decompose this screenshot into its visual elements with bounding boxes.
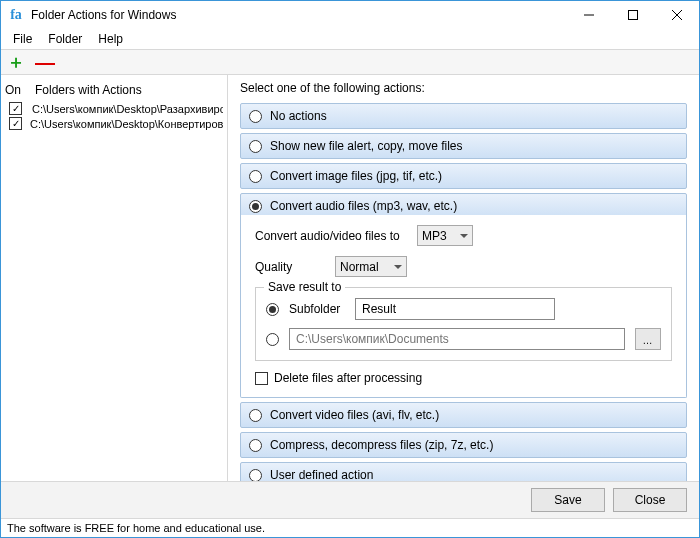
radio-icon — [249, 409, 262, 422]
status-bar: The software is FREE for home and educat… — [1, 518, 699, 537]
subfolder-label: Subfolder — [289, 302, 345, 316]
add-folder-button[interactable]: ＋ — [7, 53, 25, 71]
action-show-alert[interactable]: Show new file alert, copy, move files — [240, 133, 687, 159]
action-convert-video[interactable]: Convert video files (avi, flv, etc.) — [240, 402, 687, 428]
radio-icon — [249, 200, 262, 213]
absolute-path-input[interactable] — [289, 328, 625, 350]
delete-after-checkbox[interactable] — [255, 372, 268, 385]
action-label: Convert audio files (mp3, wav, etc.) — [270, 199, 457, 213]
footer-bar: Save Close — [1, 481, 699, 518]
minimize-button[interactable] — [567, 1, 611, 29]
quality-select[interactable]: Normal — [335, 256, 407, 277]
convert-to-label: Convert audio/video files to — [255, 229, 405, 243]
save-button[interactable]: Save — [531, 488, 605, 512]
folder-checkbox[interactable]: ✓ — [9, 102, 22, 115]
radio-icon — [249, 170, 262, 183]
app-icon: fa — [7, 6, 25, 24]
folder-row[interactable]: ✓ C:\Users\компик\Desktop\Разархивироват… — [5, 101, 223, 116]
action-label: User defined action — [270, 468, 373, 481]
menu-folder[interactable]: Folder — [40, 30, 90, 48]
action-label: Compress, decompress files (zip, 7z, etc… — [270, 438, 493, 452]
action-label: Convert image files (jpg, tif, etc.) — [270, 169, 442, 183]
save-result-legend: Save result to — [264, 280, 345, 294]
content-area: On Folders with Actions ✓ C:\Users\компи… — [1, 75, 699, 481]
delete-after-label: Delete files after processing — [274, 371, 422, 385]
save-result-fieldset: Save result to Subfolder … — [255, 287, 672, 361]
col-folders-header: Folders with Actions — [35, 83, 142, 97]
radio-icon — [249, 140, 262, 153]
svg-rect-1 — [629, 11, 638, 20]
action-label: No actions — [270, 109, 327, 123]
action-compress[interactable]: Compress, decompress files (zip, 7z, etc… — [240, 432, 687, 458]
close-footer-button[interactable]: Close — [613, 488, 687, 512]
browse-button[interactable]: … — [635, 328, 661, 350]
format-select[interactable]: MP3 — [417, 225, 473, 246]
radio-icon — [249, 469, 262, 482]
action-label: Show new file alert, copy, move files — [270, 139, 463, 153]
col-on-header: On — [5, 83, 35, 97]
app-window: fa Folder Actions for Windows File Folde… — [0, 0, 700, 538]
subfolder-input[interactable] — [355, 298, 555, 320]
action-user-defined[interactable]: User defined action — [240, 462, 687, 481]
action-no-actions[interactable]: No actions — [240, 103, 687, 129]
toolbar: ＋ — — [1, 49, 699, 75]
maximize-button[interactable] — [611, 1, 655, 29]
folder-path: C:\Users\компик\Desktop\Разархивировать — [32, 103, 223, 115]
quality-label: Quality — [255, 260, 323, 274]
folder-path: C:\Users\компик\Desktop\Конвертировть в … — [30, 118, 223, 130]
folders-panel: On Folders with Actions ✓ C:\Users\компи… — [1, 75, 227, 481]
menu-file[interactable]: File — [5, 30, 40, 48]
actions-panel: Select one of the following actions: No … — [228, 75, 699, 481]
remove-folder-button[interactable]: — — [35, 57, 55, 67]
titlebar: fa Folder Actions for Windows — [1, 1, 699, 29]
radio-icon — [249, 439, 262, 452]
delete-after-row: Delete files after processing — [255, 371, 672, 385]
folder-row[interactable]: ✓ C:\Users\компик\Desktop\Конвертировть … — [5, 116, 223, 131]
close-button[interactable] — [655, 1, 699, 29]
radio-icon — [249, 110, 262, 123]
menubar: File Folder Help — [1, 29, 699, 49]
absolute-path-radio[interactable] — [266, 333, 279, 346]
window-controls — [567, 1, 699, 29]
folder-checkbox[interactable]: ✓ — [9, 117, 22, 130]
subfolder-radio[interactable] — [266, 303, 279, 316]
audio-settings: Convert audio/video files to MP3 Quality… — [240, 215, 687, 398]
actions-title: Select one of the following actions: — [240, 81, 687, 95]
menu-help[interactable]: Help — [90, 30, 131, 48]
window-title: Folder Actions for Windows — [31, 8, 567, 22]
action-convert-image[interactable]: Convert image files (jpg, tif, etc.) — [240, 163, 687, 189]
folders-header: On Folders with Actions — [5, 81, 223, 101]
action-label: Convert video files (avi, flv, etc.) — [270, 408, 439, 422]
